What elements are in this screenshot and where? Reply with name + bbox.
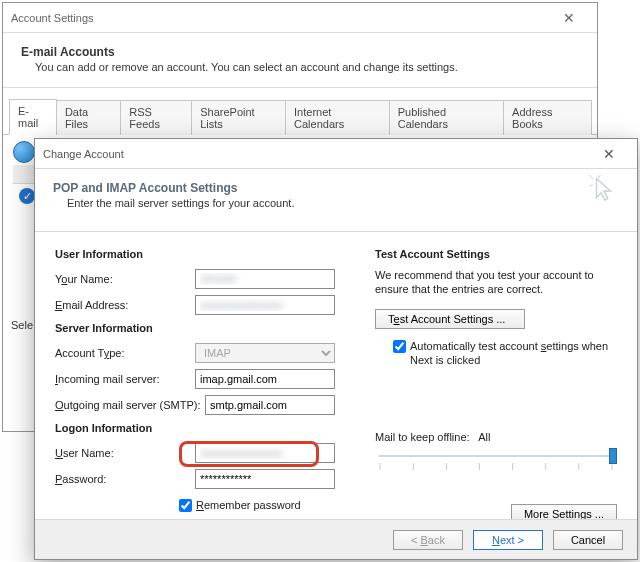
slider-ticks: |||||||| [379, 461, 613, 470]
field-your-name: Your Name: [55, 268, 355, 290]
field-remember-password: Remember password [179, 494, 355, 516]
svg-line-1 [598, 175, 600, 179]
header-subtitle: You can add or remove an account. You ca… [35, 61, 579, 73]
section-test-account: Test Account Settings [375, 248, 617, 260]
field-outgoing-server: Outgoing mail server (SMTP): [55, 394, 355, 416]
header-title: POP and IMAP Account Settings [53, 181, 619, 195]
tab-address-books[interactable]: Address Books [503, 100, 592, 135]
incoming-server-label: Incoming mail server: [55, 373, 195, 385]
divider [3, 87, 597, 88]
cancel-button[interactable]: Cancel [553, 530, 623, 550]
svg-line-0 [589, 175, 593, 179]
test-account-button[interactable]: Test Account Settings ... [375, 309, 525, 329]
field-user-name: User Name: [55, 442, 355, 464]
tab-rss-feeds[interactable]: RSS Feeds [120, 100, 192, 135]
field-account-type: Account Type: IMAP [55, 342, 355, 364]
cursor-icon [589, 175, 619, 205]
email-address-input[interactable] [195, 295, 335, 315]
field-password: Password: [55, 468, 355, 490]
your-name-label: Your Name: [55, 273, 195, 285]
window-title: Account Settings [11, 12, 549, 24]
change-account-titlebar: Change Account ✕ [35, 139, 637, 169]
tab-internet-calendars[interactable]: Internet Calendars [285, 100, 390, 135]
right-column: Test Account Settings We recommend that … [375, 242, 617, 559]
window-title: Change Account [43, 148, 589, 160]
header-title: E-mail Accounts [21, 45, 579, 59]
tab-published-calendars[interactable]: Published Calendars [389, 100, 504, 135]
globe-icon[interactable] [13, 141, 35, 163]
incoming-server-input[interactable] [195, 369, 335, 389]
account-settings-titlebar: Account Settings ✕ [3, 3, 597, 33]
account-type-select: IMAP [195, 343, 335, 363]
change-account-window: Change Account ✕ POP and IMAP Account Se… [34, 138, 638, 560]
password-label: Password: [55, 473, 195, 485]
password-input[interactable] [195, 469, 335, 489]
mail-offline-value: All [478, 431, 490, 443]
auto-test-checkbox[interactable] [393, 340, 406, 353]
user-name-label: User Name: [55, 447, 195, 459]
outgoing-server-label: Outgoing mail server (SMTP): [55, 399, 205, 411]
email-address-label: Email Address: [55, 299, 195, 311]
field-incoming-server: Incoming mail server: [55, 368, 355, 390]
header-subtitle: Enter the mail server settings for your … [67, 197, 619, 209]
your-name-input[interactable] [195, 269, 335, 289]
mail-offline-label: Mail to keep offline: [375, 431, 470, 443]
account-type-label: Account Type: [55, 347, 195, 359]
mail-offline-row: Mail to keep offline: All |||||||| [375, 431, 617, 470]
account-settings-header: E-mail Accounts You can add or remove an… [3, 33, 597, 81]
content-columns: User Information Your Name: Email Addres… [35, 232, 637, 559]
slider-thumb[interactable] [609, 448, 617, 464]
user-name-input[interactable] [195, 443, 335, 463]
remember-password-label[interactable]: Remember password [196, 499, 336, 511]
section-logon-info: Logon Information [55, 422, 355, 434]
change-account-header: POP and IMAP Account Settings Enter the … [35, 169, 637, 225]
tab-data-files[interactable]: Data Files [56, 100, 121, 135]
next-button[interactable]: Next > [473, 530, 543, 550]
svg-line-2 [589, 184, 593, 186]
close-icon[interactable]: ✕ [549, 4, 589, 32]
field-auto-test: Automatically test account settings when… [393, 339, 617, 368]
section-user-info: User Information [55, 248, 355, 260]
back-button: < Back [393, 530, 463, 550]
wizard-footer: < Back Next > Cancel [35, 519, 637, 559]
selected-label: Sele [11, 319, 33, 331]
mail-offline-slider[interactable] [379, 455, 613, 457]
tab-sharepoint[interactable]: SharePoint Lists [191, 100, 286, 135]
field-email-address: Email Address: [55, 294, 355, 316]
tab-email[interactable]: E-mail [9, 99, 57, 135]
close-icon[interactable]: ✕ [589, 140, 629, 168]
section-server-info: Server Information [55, 322, 355, 334]
remember-password-checkbox[interactable] [179, 499, 192, 512]
test-account-text: We recommend that you test your account … [375, 268, 617, 297]
left-column: User Information Your Name: Email Addres… [55, 242, 355, 559]
auto-test-label[interactable]: Automatically test account settings when… [410, 339, 617, 368]
outgoing-server-input[interactable] [205, 395, 335, 415]
check-icon: ✓ [19, 188, 35, 204]
tabs-row: E-mail Data Files RSS Feeds SharePoint L… [3, 98, 597, 135]
